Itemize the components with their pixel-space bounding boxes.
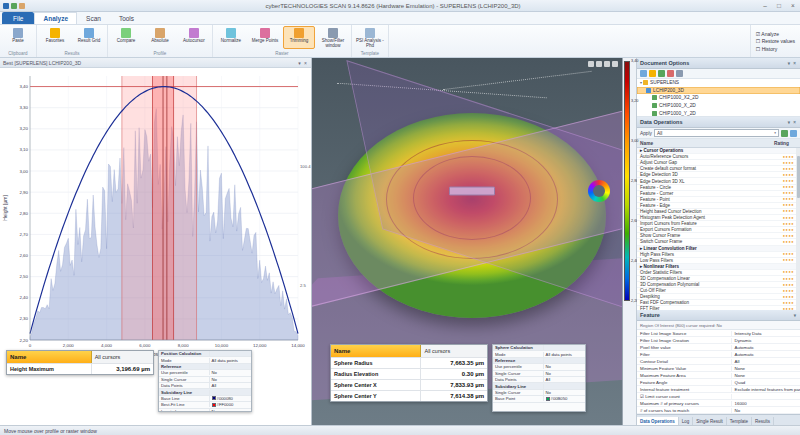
quick-access-toolbar[interactable] (0, 3, 28, 9)
run-operation-icon[interactable] (781, 130, 788, 137)
undo-icon[interactable] (11, 3, 17, 9)
autocursor-icon (189, 28, 199, 38)
close-button[interactable]: × (786, 0, 800, 11)
feature-property-row[interactable]: Minimum Feature ValueNone (637, 365, 800, 372)
normalize-button[interactable]: Normalize (215, 26, 247, 49)
sphere-property-grid: Sphere CalculationModeAll data pointsRef… (492, 344, 586, 412)
apply-filter-dropdown[interactable]: All ▾ (654, 129, 779, 137)
open-folder-icon[interactable] (649, 70, 656, 77)
table-header-name[interactable]: Name (7, 351, 92, 363)
tree-item-superlens[interactable]: ▾SUPERLENS (637, 79, 800, 87)
result-grid-button[interactable]: Result Grid (73, 26, 105, 45)
panel-tab-data-operations[interactable]: Data Operations (637, 417, 679, 425)
feature-note: Region Of Interest (800) cursor required… (637, 321, 800, 330)
add-operation-icon[interactable] (790, 130, 797, 137)
right-panel-tabs: Data OperationsLogSingle ResultTemplateR… (637, 414, 800, 425)
svg-text:0: 0 (29, 343, 32, 348)
feature-panel-buttons[interactable]: ▾ (794, 313, 797, 318)
pan-icon[interactable] (596, 61, 602, 67)
redo-icon[interactable] (19, 3, 25, 9)
tree-item-chip1000-x2-2d[interactable]: CHIP1000_X2_2D (637, 94, 800, 102)
checkbox-history[interactable]: ☐ History (756, 46, 795, 52)
feature-property-row[interactable]: Maximum # of primary cursors16000 (637, 400, 800, 407)
rotate-icon[interactable] (588, 61, 594, 67)
ribbon-group-results: FavoritesResult GridResults (37, 25, 108, 57)
rating-dots: ●●●● (783, 240, 794, 244)
favorites-button[interactable]: Favorites (39, 26, 71, 45)
panel-tab-log[interactable]: Log (679, 417, 694, 425)
operation-fft-filter[interactable]: FFT Filter●●●● (637, 306, 800, 310)
ops-scrollbar-thumb[interactable] (797, 156, 800, 198)
tab-scan[interactable]: Scan (77, 12, 110, 24)
rating-dots: ●●●● (783, 228, 794, 232)
result-row: Sphere Radius7,663.35 µm (331, 357, 487, 368)
apply-row: Apply All ▾ (637, 128, 800, 139)
doc-options-panel-buttons[interactable]: ▾ × (788, 61, 797, 66)
profile-window-buttons[interactable]: ▾ × (298, 60, 308, 66)
properties-icon[interactable] (676, 70, 683, 77)
feature-property-row[interactable]: Pixel filter valueAutomatic (637, 344, 800, 351)
status-bar: Move mouse over profile or raster window (0, 425, 800, 435)
tab-file[interactable]: File (2, 12, 34, 24)
zoom-icon[interactable] (604, 61, 610, 67)
checkbox-restore-values[interactable]: ☐ Restore values (756, 38, 795, 44)
show-filter-window-button[interactable]: Show/Filter window (317, 26, 349, 49)
maximize-button[interactable]: □ (772, 0, 786, 11)
doc-options-toolbar (637, 69, 800, 79)
compare-button[interactable]: Compare (110, 26, 142, 45)
table-header-cursors: All cursors (421, 345, 487, 357)
window-title: cyberTECHNOLOGIES SCAN 9.14.8626 (Hardwa… (28, 3, 758, 9)
tree-item-chip1000-x-2d[interactable]: CHIP1000_X_2D (637, 102, 800, 110)
panel-tab-results[interactable]: Results (752, 417, 774, 425)
feature-property-row[interactable]: Feature AngleQuad (637, 379, 800, 386)
tree-item-lchip200-3d[interactable]: LCHIP200_3D (637, 87, 800, 95)
checkbox-analyze[interactable]: ☑ Analyze (756, 31, 795, 37)
feature-property-row[interactable]: Filter List Image CreationDynamic (637, 337, 800, 344)
delete-icon[interactable] (667, 70, 674, 77)
paste-button[interactable]: Paste (2, 26, 34, 45)
merge-points-button[interactable]: Merge Points (249, 26, 281, 49)
reset-view-icon[interactable] (612, 61, 618, 67)
ribbon-group-raster: NormalizeMerge PointsTrimmingShow/Filter… (213, 25, 352, 57)
svg-text:4,000: 4,000 (101, 343, 113, 348)
feature-property-row[interactable]: Filter List Image SourceIntensity Data (637, 330, 800, 337)
ops-column-rating[interactable]: Rating (774, 141, 797, 146)
ribbon: PasteClipboardFavoritesResult GridResult… (0, 25, 800, 58)
svg-text:3,10: 3,10 (19, 147, 28, 152)
feature-property-row[interactable]: FilterAutomatic (637, 351, 800, 358)
view-toolbar[interactable] (588, 61, 618, 67)
svg-text:2,20: 2,20 (19, 338, 28, 343)
svg-text:2,000: 2,000 (63, 343, 75, 348)
ops-column-headers[interactable]: Name Rating (637, 139, 800, 148)
feature-property-row[interactable]: ☑ Limit cursor count (637, 393, 800, 400)
absolute-icon (155, 28, 165, 38)
tab-tools[interactable]: Tools (110, 12, 143, 24)
ops-scrollbar[interactable] (796, 148, 800, 310)
titlebar: cyberTECHNOLOGIES SCAN 9.14.8626 (Hardwa… (0, 0, 800, 12)
feature-property-row[interactable]: Contour DetailAll (637, 358, 800, 365)
svg-text:100.4: 100.4 (300, 164, 311, 169)
psi-analysis-phd-button[interactable]: PSI Analysis - Phd (354, 26, 386, 49)
feature-properties: Filter List Image SourceIntensity DataFi… (637, 330, 800, 414)
data-operations-panel-buttons[interactable]: ▾ × (788, 120, 797, 125)
colorbar-gradient (624, 61, 630, 301)
absolute-button[interactable]: Absolute (144, 26, 176, 45)
ops-column-name[interactable]: Name (640, 141, 653, 146)
height-result-table: NameAll cursorsHeight Maximum3,196.69 µm (6, 350, 154, 375)
feature-property-row[interactable]: Internal feature treatmentExclude intern… (637, 386, 800, 393)
autocursor-button[interactable]: Autocursor (178, 26, 210, 45)
window-controls: – □ × (758, 0, 800, 11)
panel-tab-template[interactable]: Template (727, 417, 752, 425)
ribbon-group-template: PSI Analysis - PhdTemplate (352, 25, 389, 57)
feature-property-row[interactable]: Maximum Feature AreaNone (637, 372, 800, 379)
feature-property-row[interactable]: # of cursors has to matchNo (637, 407, 800, 414)
tree-item-chip1000-y-2d[interactable]: CHIP1000_Y_2D (637, 109, 800, 117)
panel-tab-single-result[interactable]: Single Result (693, 417, 727, 425)
tab-analyze[interactable]: Analyze (34, 12, 77, 24)
refresh-icon[interactable] (658, 70, 665, 77)
save-icon[interactable] (3, 3, 9, 9)
new-document-icon[interactable] (640, 70, 647, 77)
table-header-name[interactable]: Name (331, 345, 421, 357)
trimming-button[interactable]: Trimming (283, 26, 315, 49)
minimize-button[interactable]: – (758, 0, 772, 11)
